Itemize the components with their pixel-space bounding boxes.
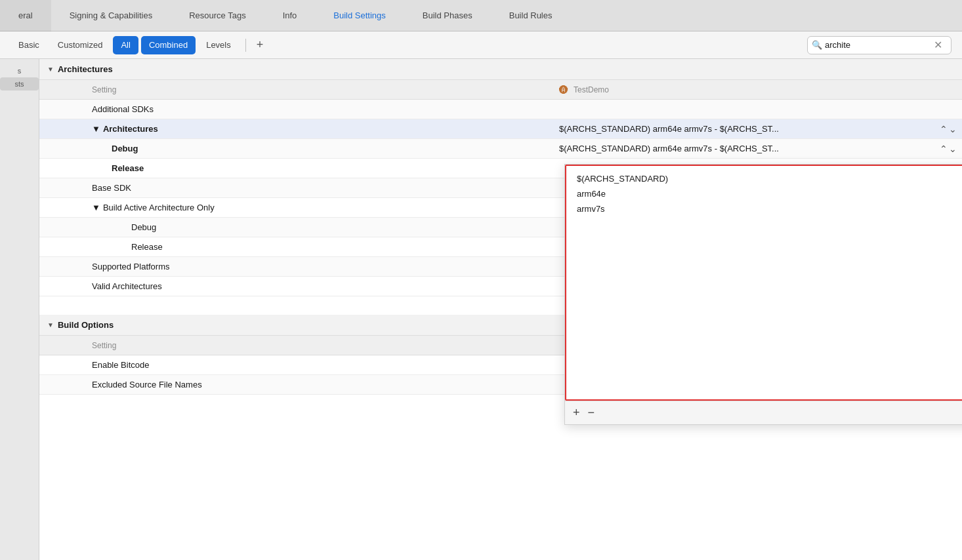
row-valid-arch-label: Valid Architectures (39, 281, 551, 291)
tab-build-settings[interactable]: Build Settings (315, 0, 404, 31)
row-additional-sdks[interactable]: Additional SDKs (39, 100, 962, 119)
popup-item-arm64e[interactable]: arm64e (566, 186, 962, 201)
top-tab-bar: eral Signing & Capabilities Resource Tag… (0, 0, 962, 31)
popup-footer: + − (565, 401, 962, 424)
arch-down-arrow[interactable]: ⌄ (949, 124, 957, 134)
basic-button[interactable]: Basic (10, 36, 47, 54)
debug-down-arrow[interactable]: ⌄ (949, 144, 957, 154)
levels-button[interactable]: Levels (198, 36, 239, 54)
popup-remove-button[interactable]: − (588, 406, 595, 420)
triangle-icon-bo: ▼ (47, 321, 54, 329)
tab-signing[interactable]: Signing & Capabilities (51, 0, 171, 31)
add-setting-button[interactable]: + (253, 38, 268, 52)
search-input[interactable] (825, 40, 930, 50)
row-architectures-value: $(ARCHS_STANDARD) arm64e armv7s - $(ARCH… (551, 124, 962, 134)
search-box: 🔍 ✕ (807, 36, 952, 54)
tab-build-rules[interactable]: Build Rules (491, 0, 571, 31)
project-icon: 🅐 (559, 85, 568, 95)
row-build-active-arch-label: ▼Build Active Architecture Only (39, 203, 551, 212)
row-release-baa-label: Release (39, 242, 551, 252)
col-header-value: 🅐 TestDemo (551, 85, 962, 95)
bo-col-header-setting: Setting (39, 341, 551, 350)
row-debug-arch-value: $(ARCHS_STANDARD) arm64e armv7s - $(ARCH… (551, 144, 962, 154)
architectures-section-title: Architectures (58, 64, 113, 74)
popup-panel: $(ARCHS_STANDARD) arm64e armv7s + − (564, 164, 962, 425)
build-options-section-title: Build Options (58, 320, 114, 330)
combined-button[interactable]: Combined (141, 36, 196, 54)
row-supported-platforms-label: Supported Platforms (39, 262, 551, 271)
sidebar: s sts (0, 59, 39, 560)
triangle-icon-arch: ▼ (92, 124, 100, 134)
architectures-stepper: ⌃ ⌄ (940, 124, 957, 134)
customized-button[interactable]: Customized (50, 36, 111, 54)
tab-eral[interactable]: eral (0, 0, 51, 31)
popup-item-archs-standard[interactable]: $(ARCHS_STANDARD) (566, 171, 962, 186)
row-excluded-source-label: Excluded Source File Names (39, 380, 551, 390)
row-base-sdk-label: Base SDK (39, 183, 551, 193)
debug-up-arrow[interactable]: ⌃ (940, 144, 948, 154)
popup-list: $(ARCHS_STANDARD) arm64e armv7s (565, 165, 962, 401)
arch-up-arrow[interactable]: ⌃ (940, 124, 948, 134)
main-content: s sts ▼ Architectures Setting 🅐 TestDemo… (0, 59, 962, 560)
toolbar: Basic Customized All Combined Levels + 🔍… (0, 31, 962, 59)
search-icon: 🔍 (812, 40, 822, 50)
search-clear-button[interactable]: ✕ (934, 39, 942, 51)
debug-arch-stepper: ⌃ ⌄ (940, 144, 957, 154)
architectures-section-header[interactable]: ▼ Architectures (39, 59, 962, 80)
triangle-icon-baa: ▼ (92, 203, 100, 212)
row-debug-baa-label: Debug (39, 222, 551, 232)
sidebar-item-s[interactable]: s (0, 64, 39, 77)
row-additional-sdks-label: Additional SDKs (39, 104, 551, 114)
tab-build-phases[interactable]: Build Phases (404, 0, 491, 31)
triangle-icon: ▼ (47, 66, 54, 73)
column-header-row: Setting 🅐 TestDemo (39, 80, 962, 100)
all-button[interactable]: All (113, 36, 138, 54)
row-enable-bitcode-label: Enable Bitcode (39, 360, 551, 370)
col-header-setting: Setting (39, 85, 551, 94)
tab-info[interactable]: Info (264, 0, 316, 31)
row-debug-arch-label: Debug (39, 144, 551, 153)
row-debug-arch[interactable]: Debug $(ARCHS_STANDARD) arm64e armv7s - … (39, 139, 962, 159)
popup-add-button[interactable]: + (573, 406, 580, 420)
row-architectures-label: ▼Architectures (39, 124, 551, 134)
sidebar-item-sts[interactable]: sts (0, 77, 39, 90)
toolbar-divider (245, 39, 246, 52)
popup-item-armv7s[interactable]: armv7s (566, 201, 962, 216)
row-architectures[interactable]: ▼Architectures $(ARCHS_STANDARD) arm64e … (39, 119, 962, 139)
col-header-project-name: TestDemo (574, 85, 609, 94)
settings-area: ▼ Architectures Setting 🅐 TestDemo Addit… (39, 59, 962, 560)
tab-resource-tags[interactable]: Resource Tags (171, 0, 264, 31)
row-release-arch-label: Release (39, 163, 551, 173)
